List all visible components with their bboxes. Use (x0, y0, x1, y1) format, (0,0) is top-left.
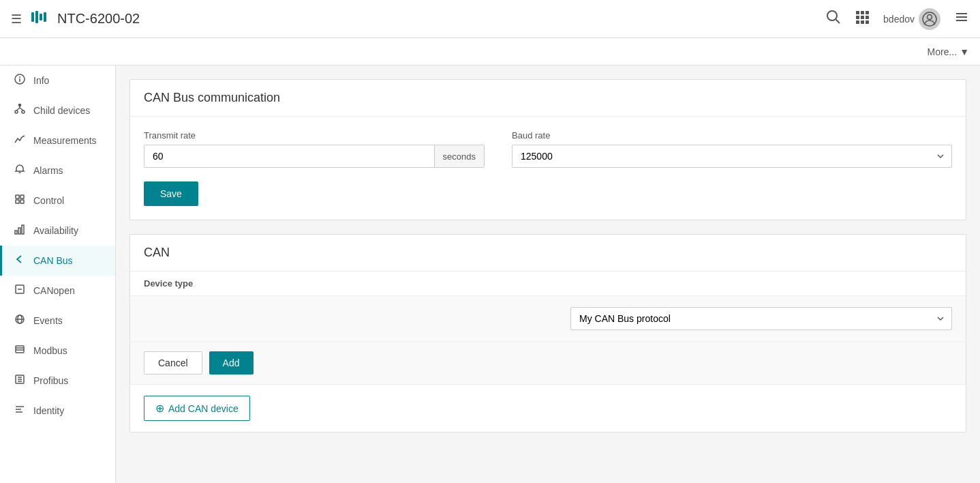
username-label: bdedov (883, 14, 915, 25)
search-icon[interactable] (826, 10, 841, 28)
svg-rect-3 (44, 12, 46, 22)
svg-rect-35 (18, 228, 20, 234)
sidebar-item-alarms[interactable]: Alarms (0, 156, 115, 186)
transmit-rate-input-wrap: seconds (144, 145, 485, 168)
svg-rect-9 (856, 16, 859, 19)
svg-rect-6 (856, 11, 859, 14)
sidebar-item-label: Alarms (33, 165, 63, 176)
svg-point-26 (15, 111, 18, 113)
svg-point-16 (928, 14, 932, 19)
avatar (919, 8, 940, 30)
svg-rect-11 (866, 16, 869, 19)
transmit-rate-unit: seconds (434, 145, 484, 167)
transmit-rate-group: Transmit rate seconds (144, 130, 485, 168)
sidebar-item-measurements[interactable]: Measurements (0, 126, 115, 156)
sidebar-item-label: Events (33, 315, 63, 326)
sidebar-item-modbus[interactable]: Modbus (0, 336, 115, 366)
cancel-button[interactable]: Cancel (144, 351, 202, 375)
page-title: NTC-6200-02 (57, 11, 818, 27)
canopen-icon (13, 284, 27, 297)
sidebar-item-profibus[interactable]: Profibus (0, 366, 115, 396)
sidebar-item-label: Profibus (33, 375, 68, 386)
action-row: Cancel Add (130, 342, 966, 385)
svg-rect-42 (16, 346, 24, 353)
add-can-device-wrap: ⊕ Add CAN device (130, 385, 966, 432)
sidebar-item-can-bus[interactable]: CAN Bus (0, 246, 115, 276)
can-bus-communication-card: CAN Bus communication Transmit rate seco… (129, 79, 966, 220)
form-row: Transmit rate seconds Baud rate 125000 2… (144, 130, 952, 168)
add-can-device-button[interactable]: ⊕ Add CAN device (144, 396, 250, 421)
transmit-rate-input[interactable] (144, 145, 434, 167)
profibus-icon (13, 374, 27, 387)
secondbar: More... ▼ (0, 38, 980, 65)
sidebar-item-label: CAN Bus (33, 255, 73, 266)
apps-icon[interactable] (855, 10, 870, 28)
layout: Info Child devices Measurements Alarms (0, 65, 980, 483)
svg-rect-12 (856, 20, 859, 24)
can-bus-icon (13, 254, 27, 267)
events-icon (13, 314, 27, 327)
add-button[interactable]: Add (209, 351, 254, 375)
sidebar-item-events[interactable]: Events (0, 306, 115, 336)
svg-rect-7 (861, 11, 864, 14)
transmit-rate-label: Transmit rate (144, 130, 485, 141)
can-protocol-select-wrap: My CAN Bus protocol (570, 307, 952, 330)
can-table-header: Device type (130, 272, 966, 296)
identity-icon (13, 404, 27, 418)
chevron-down-icon: ▼ (960, 46, 969, 57)
baud-rate-group: Baud rate 125000 250000 500000 1000000 (512, 130, 952, 168)
svg-rect-34 (15, 231, 17, 234)
sidebar-item-canopen[interactable]: CANopen (0, 276, 115, 306)
baud-rate-select[interactable]: 125000 250000 500000 1000000 (512, 145, 952, 168)
menu-icon[interactable]: ☰ (11, 12, 22, 27)
sidebar-item-label: Modbus (33, 345, 67, 356)
svg-rect-2 (40, 14, 42, 20)
sidebar-item-label: Child devices (33, 105, 90, 116)
availability-icon (13, 224, 27, 237)
svg-line-5 (836, 20, 840, 24)
sidebar-item-info[interactable]: Info (0, 65, 115, 96)
topbar-actions: bdedov (826, 8, 969, 30)
svg-point-28 (19, 104, 21, 106)
svg-rect-0 (31, 12, 34, 22)
svg-rect-33 (20, 200, 24, 203)
can-protocol-select[interactable]: My CAN Bus protocol (570, 307, 952, 330)
modbus-icon (13, 344, 27, 357)
can-bus-communication-body: Transmit rate seconds Baud rate 125000 2… (130, 117, 966, 220)
sidebar-toggle-icon[interactable] (954, 10, 969, 28)
svg-rect-30 (16, 195, 19, 199)
plus-circle-icon: ⊕ (155, 402, 164, 415)
sidebar-item-label: Availability (33, 225, 78, 236)
sidebar-item-availability[interactable]: Availability (0, 216, 115, 246)
more-button[interactable]: More... ▼ (928, 46, 969, 57)
svg-rect-31 (20, 195, 24, 199)
svg-point-22 (19, 76, 20, 78)
sidebar-item-identity[interactable]: Identity (0, 396, 115, 426)
control-icon (13, 194, 27, 207)
sidebar-item-label: Info (33, 75, 49, 86)
svg-rect-36 (22, 225, 24, 234)
alarms-icon (13, 164, 27, 177)
user-menu[interactable]: bdedov (883, 8, 940, 30)
svg-rect-14 (866, 20, 869, 24)
svg-point-27 (22, 111, 25, 113)
can-add-row: My CAN Bus protocol (130, 296, 966, 342)
baud-rate-label: Baud rate (512, 130, 952, 141)
info-icon (13, 74, 27, 87)
sidebar-item-label: Identity (33, 405, 64, 416)
sidebar-item-label: Control (33, 195, 64, 206)
measurements-icon (13, 134, 27, 147)
svg-rect-32 (16, 200, 19, 203)
child-devices-icon (13, 104, 27, 117)
sidebar-item-label: CANopen (33, 285, 75, 296)
svg-rect-13 (861, 20, 864, 24)
save-button[interactable]: Save (144, 181, 198, 206)
svg-rect-10 (861, 16, 864, 19)
sidebar-item-child-devices[interactable]: Child devices (0, 96, 115, 126)
sidebar: Info Child devices Measurements Alarms (0, 65, 116, 483)
svg-point-4 (827, 11, 837, 20)
sidebar-item-control[interactable]: Control (0, 186, 115, 216)
svg-rect-8 (866, 11, 869, 14)
topbar: ☰ NTC-6200-02 (0, 0, 980, 38)
can-bus-communication-title: CAN Bus communication (130, 80, 966, 117)
